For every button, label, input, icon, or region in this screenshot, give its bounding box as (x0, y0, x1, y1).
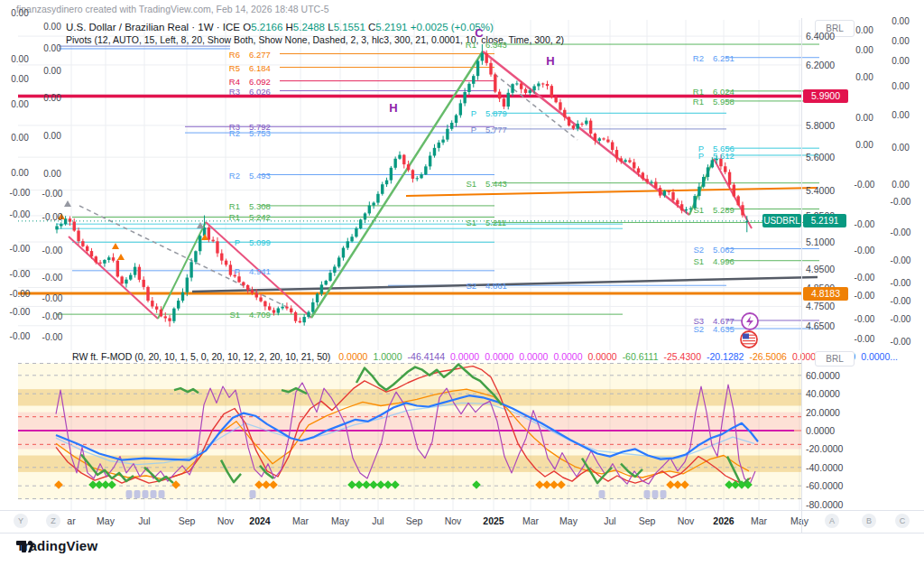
time-axis-tick[interactable]: Nov (217, 515, 235, 526)
sloped-trendline[interactable] (406, 188, 818, 196)
pivot-label-s1: S1 (458, 218, 476, 227)
time-axis-tick[interactable]: Mar (751, 515, 767, 526)
last-price-badge: 5.2191 (803, 214, 846, 227)
candle-body (346, 241, 349, 247)
panel-axis-label[interactable]: 60.0000 (806, 370, 840, 381)
time-axis-tick[interactable]: Nov (445, 515, 462, 526)
price-axis-label[interactable]: 5.1000 (806, 237, 835, 247)
flag-icon[interactable] (741, 331, 757, 348)
candle-body (381, 184, 383, 194)
time-axis-tick[interactable]: Jul (372, 515, 383, 526)
candle-body (129, 275, 132, 280)
time-axis-tick[interactable]: Jul (604, 515, 615, 526)
candle-body (311, 302, 314, 312)
lavender-marker (159, 490, 165, 498)
pivot-label-r5: R5 (222, 62, 240, 72)
time-axis-tick[interactable]: 2026 (713, 515, 734, 526)
time-axis-tick[interactable]: ar (67, 515, 75, 526)
time-axis-tick[interactable]: 2025 (483, 515, 504, 526)
time-axis-tick[interactable]: Sep (639, 515, 656, 526)
pivot-value: 6.026 (249, 86, 271, 96)
price-axis-label[interactable]: 4.6500 (806, 320, 835, 331)
price-axis-label[interactable]: 6.4000 (806, 31, 835, 42)
time-axis-tick[interactable]: May (97, 515, 115, 526)
time-axis-tick[interactable]: 2024 (249, 515, 270, 526)
panel-axis-label[interactable]: -60.0000 (806, 480, 843, 491)
axis-circle-y[interactable]: Y (14, 514, 28, 528)
candle-body (476, 60, 479, 76)
time-axis-tick[interactable]: May (559, 515, 578, 526)
time-axis-tick[interactable]: Nov (678, 515, 695, 526)
arrow-up-marker[interactable] (197, 222, 204, 228)
panel-axis-label[interactable]: 0.0000 (806, 425, 835, 436)
pivot-label-s1: S1 (686, 255, 704, 265)
candle-body (342, 248, 345, 258)
candle-body (263, 302, 266, 307)
panel-axis-label[interactable]: 40.0000 (806, 388, 840, 399)
trendline[interactable] (494, 74, 578, 140)
currency-button-panel[interactable]: BRL (815, 351, 855, 367)
arrow-up-marker[interactable] (117, 254, 125, 260)
candle-body (55, 226, 58, 229)
pivot-label-r1: R1 (222, 200, 240, 210)
price-axis-label[interactable]: 5.6000 (806, 152, 835, 162)
arrow-up-marker[interactable] (64, 200, 71, 207)
pivot-label-r2: R2 (222, 128, 240, 138)
time-axis-tick[interactable]: May (331, 515, 349, 526)
time-axis-tick[interactable]: Mar (292, 515, 309, 526)
panel-axis-label[interactable]: -40.0000 (806, 462, 843, 473)
axis-circle-b[interactable]: B (862, 514, 876, 528)
pivot-value: 5.242 (249, 212, 271, 222)
candle-body (594, 134, 596, 141)
time-axis-tick[interactable]: Jul (138, 515, 150, 526)
price-axis-label[interactable]: 4.9500 (806, 264, 835, 274)
trendline[interactable] (311, 51, 483, 318)
time-axis-tick[interactable]: Sep (179, 515, 196, 526)
zero-scale-value: -0.00 (855, 246, 875, 255)
candle-body (532, 86, 535, 90)
price-axis-label[interactable]: 5.8000 (806, 120, 835, 131)
pivot-value: 6.092 (249, 76, 271, 86)
candle-body (511, 84, 513, 93)
zero-scale-value: 0.00 (892, 16, 909, 26)
price-axis-label[interactable]: 4.7500 (806, 301, 835, 311)
panel-legend[interactable]: RW ft. F-MOD (0, 20, 10, 1, 5, 0, 20, 10… (72, 351, 909, 362)
candle-body (242, 283, 245, 285)
price-axis-label[interactable]: 5.4000 (806, 185, 835, 196)
panel-axis-label[interactable]: -80.0000 (806, 499, 843, 510)
annotation-letter-c[interactable]: C (475, 26, 483, 40)
ohlc-value: 5.2166 (251, 22, 282, 32)
candles[interactable] (55, 44, 748, 327)
symbol-legend[interactable]: U.S. Dollar / Brazilian Real · 1W · ICE … (66, 22, 494, 32)
axis-circle-z[interactable]: Z (46, 514, 60, 528)
candle-body (446, 129, 448, 140)
candle-body (160, 310, 162, 317)
zero-scale-value: -0.00 (42, 189, 63, 199)
lightning-icon[interactable] (742, 313, 758, 329)
time-axis-tick[interactable]: Sep (406, 515, 423, 526)
annotation-letter-h[interactable]: H (546, 54, 554, 68)
panel-plot-value: 0.0000 (519, 351, 548, 362)
oscillator-panel[interactable] (18, 364, 801, 500)
candle-body (624, 160, 626, 162)
zero-scale-value: 0.00 (892, 56, 909, 66)
panel-axis-label[interactable]: 20.0000 (806, 407, 840, 418)
zero-scale-value: -0.00 (891, 337, 911, 347)
candle-body (524, 89, 527, 93)
axis-circle-c[interactable]: C (895, 514, 910, 528)
annotation-letter-h[interactable]: H (389, 101, 397, 115)
time-axis-tick[interactable]: Mar (522, 515, 539, 526)
zero-scale-value: -0.00 (10, 269, 31, 279)
arrow-up-marker[interactable] (112, 243, 119, 249)
price-axis-label[interactable]: 6.2000 (806, 60, 835, 70)
axis-circle-a[interactable]: A (825, 514, 839, 528)
candle-body (90, 251, 93, 256)
candle-body (554, 97, 557, 103)
tradingview-logo[interactable]: TradingView (16, 538, 97, 553)
time-axis-tick[interactable]: May (790, 515, 808, 526)
candle-body (498, 92, 501, 99)
candle-body (355, 228, 357, 237)
panel-axis-label[interactable]: -20.0000 (806, 443, 843, 454)
zero-scale-value: -0.00 (42, 273, 63, 283)
candle-body (81, 241, 84, 246)
